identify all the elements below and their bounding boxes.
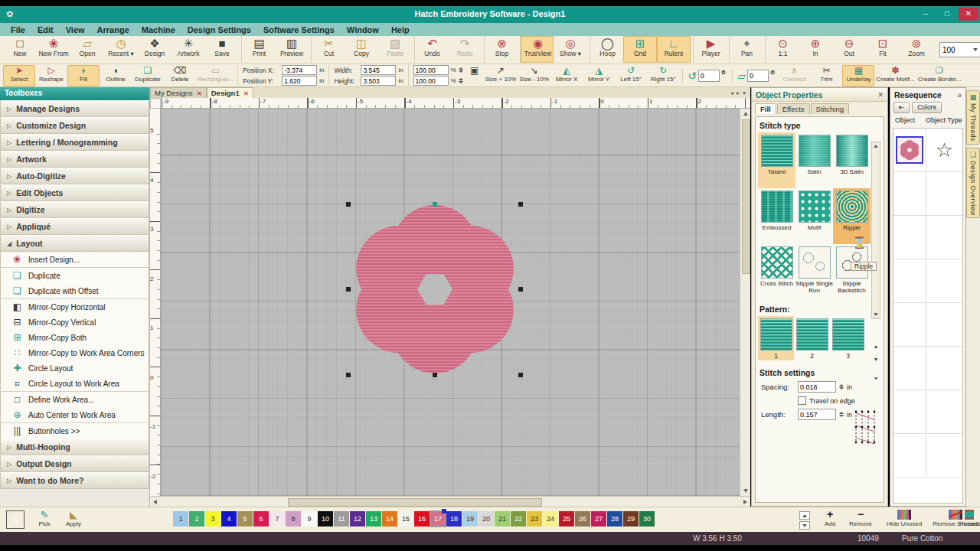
pick-color-button[interactable]: ✎ Pick (31, 509, 58, 527)
connect-button[interactable]: ∧ Connect (778, 65, 810, 86)
tab-stitching[interactable]: Stitching (811, 103, 849, 114)
tab-design1[interactable]: Design1 ✕ (207, 87, 253, 98)
mirror-copy-horizontal-item[interactable]: ◧ Mirror-Copy Horizontal (0, 299, 149, 315)
spacing-spinner[interactable] (839, 384, 844, 390)
hoop-button[interactable]: ◯ Hoop (590, 36, 623, 63)
duplicate-offset-item[interactable]: ❏ Duplicate with Offset (0, 283, 149, 299)
menu-item[interactable]: Help (385, 25, 416, 34)
stop-button[interactable]: ⊗ Stop (484, 36, 518, 63)
toolbox-manage-designs[interactable]: ▷ Manage Designs (0, 100, 149, 117)
threads-button[interactable]: Threads (954, 509, 980, 527)
tab-close-icon[interactable]: ✕ (243, 90, 249, 97)
trim-button[interactable]: ✂ Trim (810, 65, 842, 86)
artwork-button[interactable]: ✳ Artwork (172, 36, 205, 63)
color-chip[interactable]: 7 (270, 511, 285, 527)
skew-input[interactable] (747, 70, 769, 82)
height-input[interactable] (361, 76, 396, 86)
menu-item[interactable]: Design Settings (181, 25, 257, 34)
color-chip[interactable]: 8 (286, 511, 301, 527)
color-chip[interactable]: 27 (591, 511, 606, 527)
color-chip[interactable]: 25 (559, 511, 574, 527)
color-chip[interactable]: 1 (173, 511, 188, 527)
stitch-motif[interactable]: Motif (795, 188, 833, 244)
trueview-button[interactable]: ◉ TrueView (520, 36, 554, 63)
duplicate-button[interactable]: ❏ Duplicate (132, 65, 164, 86)
copy-button[interactable]: ◫ Copy (345, 36, 378, 63)
apply-color-button[interactable]: ◣ Apply (60, 509, 87, 527)
stitch-cross-stitch[interactable]: Cross Stitch (758, 244, 795, 300)
toolbox-edit-objects[interactable]: ▷ Edit Objects (0, 184, 149, 201)
circle-layout-work-area-item[interactable]: ⠶ Circle Layout to Work Area (0, 376, 149, 392)
toolbox-want-more[interactable]: ▷ Want to do More? (0, 472, 149, 489)
color-chip[interactable]: 30 (639, 511, 655, 527)
selection-handle[interactable] (518, 373, 523, 377)
pattern-1[interactable]: 1 (758, 316, 794, 360)
mirror-copy-vertical-item[interactable]: ⊟ Mirror-Copy Vertical (0, 315, 149, 330)
color-chip[interactable]: 12 (350, 511, 365, 527)
close-icon[interactable]: ✕ (877, 91, 884, 99)
recent-button[interactable]: ◷ Recent ▾ (104, 36, 138, 63)
color-chip[interactable]: 3 (205, 511, 220, 527)
close-button[interactable]: ✕ (959, 8, 978, 21)
save-button[interactable]: ■ Save (205, 36, 239, 63)
paste-button[interactable]: ▨ Paste (378, 36, 412, 63)
print-button[interactable]: ▤ Print (241, 36, 275, 63)
expand-panel-icon[interactable]: » (957, 91, 962, 99)
mirror-copy-corners-item[interactable]: ∷ Mirror-Copy to Work Area Corners (0, 345, 149, 360)
open-button[interactable]: ▱ Open (70, 36, 104, 63)
object-row[interactable]: ☆ (893, 129, 962, 172)
size-minus-button[interactable]: ↘ Size - 10% (518, 65, 550, 86)
color-chip[interactable]: 19 (462, 511, 478, 527)
fill-button[interactable]: ◗ Fill (67, 65, 100, 86)
color-chip[interactable]: 4 (221, 511, 237, 527)
buttonholes-item[interactable]: ||| Buttonholes >> (0, 423, 149, 439)
stitch-type-scrollbar[interactable] (871, 142, 880, 319)
zoom-1to1-button[interactable]: ⊙ 1:1 (765, 36, 799, 63)
rulers-button[interactable]: ∟ Rulers (657, 36, 691, 63)
rotate-input[interactable] (698, 70, 720, 82)
pattern-3[interactable]: 3 (830, 316, 866, 360)
color-chip[interactable]: 22 (511, 511, 526, 527)
duplicate-item[interactable]: ❏ Duplicate (0, 268, 149, 283)
color-chip[interactable]: 15 (398, 511, 413, 527)
rotate-right-15-button[interactable]: ↻ Right 15° (647, 65, 679, 86)
mirror-y-button[interactable]: ◮ Mirror Y (583, 65, 615, 86)
create-motif-button[interactable]: ✽ Create Motif... (874, 65, 916, 86)
define-work-area-item[interactable]: □ Define Work Area... (0, 392, 149, 407)
circle-layout-item[interactable]: ✚ Circle Layout (0, 360, 149, 376)
color-chip[interactable]: 6 (253, 511, 269, 527)
menu-item[interactable]: Machine (136, 25, 181, 34)
toolbox-digitize[interactable]: ▷ Digitize (0, 201, 149, 218)
grid-button[interactable]: ⊞ Grid (623, 36, 657, 63)
tab-design-overview[interactable]: ❏ Design Overview (966, 148, 980, 219)
menu-item[interactable]: File (5, 25, 31, 34)
color-chip[interactable]: 10 (318, 511, 333, 527)
color-chip[interactable]: 13 (366, 511, 381, 527)
width-input[interactable] (361, 65, 396, 75)
stitch-3d-satin[interactable]: 3D Satin (833, 132, 871, 188)
tab-effects[interactable]: Effects (777, 103, 810, 114)
menu-item[interactable]: View (60, 25, 91, 34)
insert-design-item[interactable]: ❀ Insert Design... (0, 252, 149, 268)
colors-button[interactable]: Colors (912, 102, 942, 113)
flower-design-object[interactable] (346, 201, 524, 378)
menu-item[interactable]: Edit (31, 25, 60, 34)
color-chip[interactable]: 14 (382, 511, 397, 527)
length-spinner[interactable] (839, 412, 844, 417)
length-input[interactable]: 0.157 (798, 409, 836, 420)
tab-close-icon[interactable]: ✕ (197, 90, 202, 97)
vertical-scrollbar-thumb[interactable] (742, 119, 750, 274)
color-chip[interactable]: 28 (607, 511, 622, 527)
selection-handle-top-center[interactable] (433, 202, 437, 207)
auto-center-item[interactable]: ⊕ Auto Center to Work Area (0, 407, 149, 423)
selection-handle[interactable] (346, 202, 351, 207)
stitch-tatami[interactable]: Tatami (758, 132, 795, 188)
spacing-input[interactable]: 0.016 (798, 381, 836, 393)
rectangle-button[interactable]: ▭ Rectangula... (196, 65, 235, 86)
lock-proportions-button[interactable]: ▣ (466, 65, 484, 86)
remove-color-button[interactable]: − Remove (844, 509, 877, 527)
tab-my-designs[interactable]: My Designs ✕ (150, 87, 207, 98)
horizontal-scrollbar[interactable] (150, 496, 750, 507)
color-chip[interactable]: 24 (543, 511, 558, 527)
stitch-stipple-single-run[interactable]: Stipple Single Run (795, 244, 833, 300)
